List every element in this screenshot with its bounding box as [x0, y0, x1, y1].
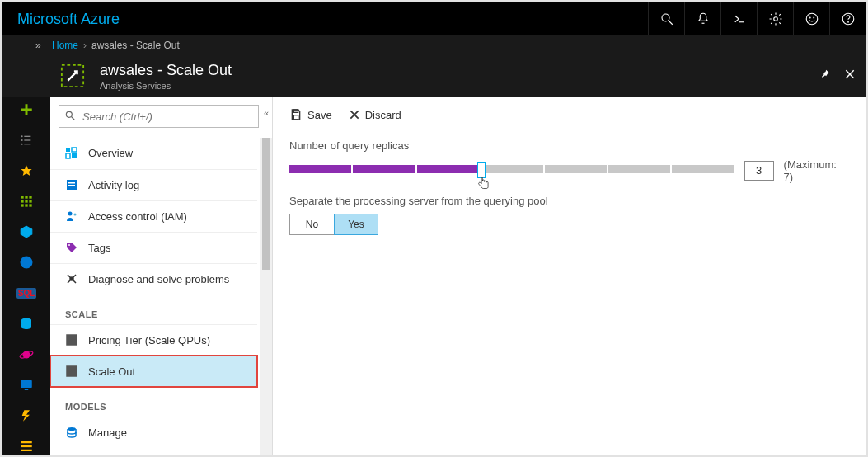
sidebar-item-label: Pricing Tier (Scale QPUs) [88, 334, 210, 346]
svg-rect-51 [68, 185, 75, 186]
rail-database-icon[interactable] [16, 316, 36, 332]
replicas-label: Number of query replicas [289, 139, 849, 152]
scrollbar[interactable] [260, 138, 272, 455]
breadcrumb: » Home › awsales - Scale Out [2, 35, 866, 55]
rail-favorites-icon[interactable] [16, 163, 36, 178]
rail-functions-icon[interactable] [16, 408, 36, 424]
search-icon [64, 110, 76, 125]
sidebar-item-label: Access control (IAM) [88, 210, 187, 223]
sidebar-item-activity-log[interactable]: Activity log [50, 169, 257, 200]
svg-line-1 [669, 21, 673, 25]
rail-cosmos-icon[interactable] [16, 346, 36, 362]
svg-rect-26 [25, 200, 27, 202]
rail-more-icon[interactable] [16, 439, 36, 455]
sidebar-item-label: Diagnose and solve problems [88, 273, 229, 285]
svg-rect-29 [25, 204, 27, 206]
sidebar-item-label: Overview [88, 147, 133, 159]
svg-rect-40 [21, 441, 32, 443]
save-icon [289, 108, 303, 121]
svg-point-7 [813, 17, 814, 18]
svg-rect-41 [21, 445, 32, 447]
brand[interactable]: Microsoft Azure [17, 11, 120, 28]
diagnose-icon [65, 272, 78, 285]
rail-list-icon[interactable] [16, 132, 36, 148]
discard-button[interactable]: Discard [349, 109, 401, 121]
svg-rect-46 [72, 148, 77, 152]
svg-point-55 [70, 277, 73, 280]
breadcrumb-current: awsales - Scale Out [91, 40, 180, 51]
sidebar-item-overview[interactable]: Overview [50, 138, 257, 169]
sidebar-item-diagnose[interactable]: Diagnose and solve problems [50, 263, 257, 294]
svg-rect-48 [72, 153, 77, 158]
pin-icon[interactable] [819, 68, 831, 83]
svg-rect-30 [29, 204, 31, 206]
svg-marker-39 [22, 411, 30, 422]
rail-resource-icon[interactable] [16, 224, 36, 240]
svg-point-17 [21, 139, 23, 141]
svg-rect-23 [25, 196, 27, 198]
slider-segment [481, 165, 542, 173]
sidebar-item-scale-out[interactable]: Scale Out [50, 356, 257, 387]
sidebar-item-pricing-tier[interactable]: Pricing Tier (Scale QPUs) [50, 324, 257, 356]
help-icon[interactable] [829, 2, 866, 35]
manage-icon [65, 426, 78, 439]
svg-rect-20 [24, 144, 30, 144]
rail-web-icon[interactable] [16, 255, 36, 271]
sidebar-item-manage[interactable]: Manage [50, 417, 257, 448]
search-input[interactable] [59, 105, 259, 128]
save-button[interactable]: Save [289, 108, 332, 121]
discard-icon [349, 109, 360, 120]
toggle-yes-button[interactable]: Yes [334, 214, 378, 235]
svg-rect-37 [21, 380, 32, 388]
rail-vm-icon[interactable] [16, 378, 36, 393]
svg-point-43 [66, 111, 72, 117]
svg-rect-22 [21, 196, 23, 198]
svg-point-5 [806, 13, 818, 25]
settings-icon[interactable] [757, 2, 793, 35]
svg-point-53 [74, 214, 77, 216]
blade-header: awsales - Scale Out Analysis Services [2, 55, 866, 97]
svg-point-58 [68, 427, 76, 431]
svg-rect-42 [21, 450, 32, 451]
page-title: awsales - Scale Out [100, 62, 232, 79]
rail-create-icon[interactable] [16, 101, 36, 117]
svg-line-44 [72, 117, 75, 120]
pricing-tier-icon [65, 333, 78, 346]
separate-label: Separate the processing server from the … [289, 195, 849, 207]
cursor-icon [477, 177, 490, 194]
search-icon[interactable] [648, 2, 684, 35]
slider-handle[interactable] [477, 162, 486, 178]
slider-segment [672, 165, 734, 173]
expand-icon[interactable]: » [35, 40, 41, 51]
sidebar-item-label: Tags [88, 242, 110, 254]
svg-rect-47 [66, 153, 70, 158]
slider-segment [608, 165, 670, 173]
svg-point-33 [21, 257, 33, 269]
rail-sql-icon[interactable]: SQL [16, 285, 36, 301]
notifications-icon[interactable] [684, 2, 720, 35]
sidebar-item-tags[interactable]: Tags [50, 232, 257, 263]
rail-all-services-icon[interactable] [16, 194, 36, 210]
svg-point-0 [662, 14, 669, 21]
breadcrumb-separator: › [83, 40, 87, 51]
svg-point-9 [847, 21, 848, 22]
separate-toggle: No Yes [289, 214, 849, 235]
blade-menu: « Overview Activity log Access control (… [50, 97, 273, 455]
cloud-shell-icon[interactable] [720, 2, 757, 35]
overview-icon [65, 147, 78, 160]
sidebar-item-access-control[interactable]: Access control (IAM) [50, 200, 257, 232]
svg-rect-25 [21, 200, 23, 202]
replicas-value-input[interactable]: 3 [744, 161, 774, 181]
sidebar-item-label: Activity log [88, 179, 139, 191]
close-icon[interactable] [844, 68, 856, 83]
feedback-icon[interactable] [793, 2, 829, 35]
svg-rect-50 [68, 182, 75, 184]
svg-rect-27 [29, 200, 31, 202]
breadcrumb-home[interactable]: Home [52, 40, 78, 51]
save-label: Save [307, 109, 332, 121]
collapse-menu-icon[interactable]: « [264, 108, 269, 118]
top-bar: Microsoft Azure [2, 2, 866, 35]
toggle-no-button[interactable]: No [289, 214, 334, 235]
slider-segment [289, 165, 351, 173]
replicas-slider[interactable] [289, 165, 734, 177]
